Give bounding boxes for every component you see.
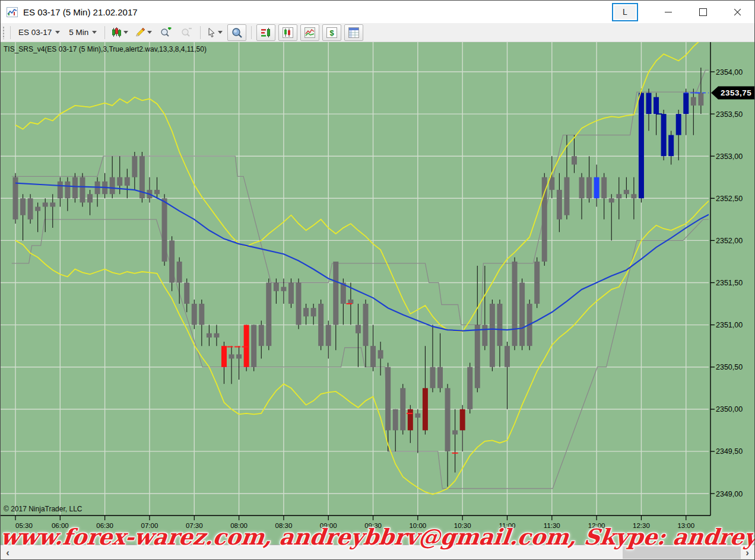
separator <box>104 26 105 39</box>
svg-text:$: $ <box>330 28 335 37</box>
svg-text:2353,00: 2353,00 <box>716 152 743 161</box>
minimize-icon <box>665 12 672 12</box>
indicators-button[interactable] <box>256 24 275 41</box>
minimize-button[interactable] <box>651 1 686 23</box>
chart-properties-button[interactable] <box>300 24 319 41</box>
copyright-label: © 2017 NinjaTrader, LLC <box>4 505 82 513</box>
market-analyzer-button[interactable] <box>344 24 363 41</box>
svg-text:06:00: 06:00 <box>52 522 69 529</box>
interval-label: 5 Min <box>69 28 88 37</box>
candlestick-style-icon <box>112 27 122 37</box>
dollar-icon: $ <box>326 27 337 38</box>
svg-text:2352,50: 2352,50 <box>716 195 743 203</box>
svg-text:2349,00: 2349,00 <box>716 490 743 498</box>
interval-selector[interactable]: 5 Min <box>66 27 100 38</box>
svg-text:2350,50: 2350,50 <box>716 363 743 371</box>
chevron-down-icon <box>55 31 60 34</box>
zoom-out-icon <box>181 27 192 37</box>
horizontal-scrollbar[interactable]: ‹ › <box>1 545 754 560</box>
link-window-button[interactable]: L <box>612 3 638 21</box>
close-icon <box>734 8 741 16</box>
svg-text:2354,00: 2354,00 <box>716 68 743 77</box>
zoom-in-button[interactable] <box>157 25 175 40</box>
window-title: ES 03-17 (5 Min) 21.02.2017 <box>23 7 138 17</box>
svg-text:12:30: 12:30 <box>633 522 650 529</box>
svg-text:06:30: 06:30 <box>96 522 113 529</box>
toolbar-grip[interactable] <box>2 26 5 39</box>
drawing-tools-button[interactable] <box>133 25 154 40</box>
data-box-button[interactable] <box>227 24 246 41</box>
zoom-in-icon <box>160 27 172 37</box>
indicators-icon <box>261 27 271 38</box>
svg-text:13:00: 13:00 <box>677 522 694 529</box>
chevron-down-icon <box>218 31 223 34</box>
svg-text:2349,50: 2349,50 <box>716 447 743 456</box>
pencil-icon <box>135 27 145 37</box>
cursor-tool-button[interactable] <box>205 25 224 40</box>
close-button[interactable] <box>720 1 754 23</box>
svg-text:07:30: 07:30 <box>186 522 203 529</box>
svg-text:07:00: 07:00 <box>141 522 158 529</box>
maximize-icon <box>699 8 707 16</box>
svg-text:09:30: 09:30 <box>364 522 382 529</box>
instrument-selector[interactable]: ES 03-17 <box>15 27 63 38</box>
scroll-right-button[interactable]: › <box>740 545 754 560</box>
svg-text:09:00: 09:00 <box>320 522 337 529</box>
app-chart-icon <box>7 7 18 17</box>
scrollbar-thumb[interactable] <box>623 546 741 559</box>
svg-text:2353,75: 2353,75 <box>721 88 751 97</box>
svg-text:11:30: 11:30 <box>544 522 560 529</box>
svg-text:08:00: 08:00 <box>230 522 248 529</box>
separator <box>10 26 11 39</box>
svg-text:10:00: 10:00 <box>409 522 426 529</box>
scroll-left-button[interactable]: ‹ <box>1 545 15 560</box>
title-bar: ES 03-17 (5 Min) 21.02.2017 L <box>1 1 754 23</box>
svg-text:2353,50: 2353,50 <box>716 110 743 119</box>
separator <box>251 26 252 39</box>
svg-text:2351,00: 2351,00 <box>716 321 743 329</box>
svg-text:2351,50: 2351,50 <box>716 279 743 287</box>
data-grid-icon <box>348 27 359 38</box>
chevron-down-icon <box>147 31 152 34</box>
price-chart[interactable]: 2354,002353,502353,002352,502352,002351,… <box>1 42 755 545</box>
chart-trader-icon <box>283 27 293 38</box>
chart-style-button[interactable] <box>110 25 130 40</box>
separator <box>200 26 201 39</box>
cursor-arrow-icon <box>207 28 216 37</box>
instrument-label: ES 03-17 <box>18 28 52 37</box>
magnifier-icon <box>231 27 243 38</box>
toolbar: ES 03-17 5 Min <box>1 23 754 42</box>
indicator-label: TIS_SRS_v4(ES 03-17 (5 Min),3,True,alert… <box>4 45 207 53</box>
svg-text:2350,00: 2350,00 <box>716 405 743 413</box>
chevron-down-icon <box>92 31 97 34</box>
account-performance-button[interactable]: $ <box>322 24 341 41</box>
line-chart-icon <box>304 27 315 38</box>
maximize-button[interactable] <box>686 1 720 23</box>
svg-text:12:00: 12:00 <box>588 522 605 529</box>
svg-text:2352,00: 2352,00 <box>716 237 743 245</box>
svg-text:11:00: 11:00 <box>499 522 516 529</box>
chart-trader-button[interactable] <box>278 24 297 41</box>
svg-text:05:30: 05:30 <box>15 522 33 529</box>
svg-text:10:30: 10:30 <box>454 522 471 529</box>
svg-text:08:30: 08:30 <box>275 522 293 529</box>
chart-window: ES 03-17 (5 Min) 21.02.2017 L ES 03-17 5… <box>0 0 755 560</box>
zoom-out-button[interactable] <box>177 25 195 40</box>
chevron-down-icon <box>123 31 128 34</box>
